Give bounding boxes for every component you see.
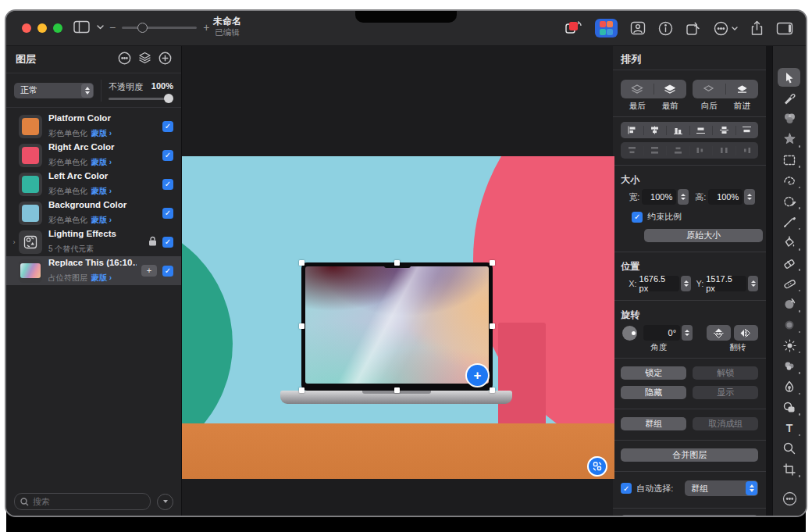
group-button[interactable]: 群组: [621, 417, 686, 430]
tool-erase[interactable]: [773, 253, 806, 273]
distribute-right-button[interactable]: [736, 142, 759, 159]
align-center-h-button[interactable]: [644, 122, 667, 138]
tool-effects[interactable]: [773, 129, 806, 149]
selection-handle-e[interactable]: [490, 323, 495, 329]
tool-text[interactable]: T: [773, 418, 806, 438]
sidebar-chevron-down-icon[interactable]: [97, 25, 104, 30]
layer-visibility-checkbox[interactable]: [162, 266, 173, 277]
tool-distort[interactable]: [773, 355, 806, 376]
send-to-back-button[interactable]: [621, 80, 654, 98]
distribute-center-button[interactable]: [713, 142, 735, 159]
ungroup-button[interactable]: 取消成组: [693, 417, 758, 430]
width-field[interactable]: 100%: [642, 189, 676, 205]
tool-color-adjustments[interactable]: [773, 109, 806, 129]
tool-blur[interactable]: [773, 315, 806, 335]
y-stepper[interactable]: [748, 276, 758, 291]
autoselect-dropdown[interactable]: 群组: [685, 480, 758, 496]
bring-to-front-button[interactable]: [654, 80, 687, 98]
layer-options-icon[interactable]: [118, 52, 131, 68]
distribute-bottom-button[interactable]: [667, 142, 689, 159]
disclosure-chevron-icon[interactable]: ›: [9, 238, 19, 246]
minimize-button[interactable]: [37, 23, 47, 33]
lock-button[interactable]: 锁定: [621, 366, 686, 380]
x-stepper[interactable]: [681, 276, 691, 291]
opacity-slider[interactable]: [109, 98, 173, 100]
platform-shape[interactable]: [182, 423, 614, 479]
layer-visibility-checkbox[interactable]: [162, 121, 173, 132]
tool-arrange-selected[interactable]: [773, 67, 806, 87]
align-left-button[interactable]: [621, 122, 643, 138]
width-stepper[interactable]: [678, 189, 689, 205]
layer-visibility-checkbox[interactable]: [162, 179, 173, 190]
layer-row-replace-this-selected[interactable]: Replace This (16:10… 占位符图层蒙版 › +: [6, 256, 181, 285]
mask-link[interactable]: 蒙版 ›: [91, 187, 112, 195]
height-stepper[interactable]: [744, 189, 755, 205]
selection-handle-ne[interactable]: [490, 260, 495, 266]
distribute-top-button[interactable]: [621, 142, 643, 159]
selection-handle-nw[interactable]: [299, 260, 304, 266]
replace-image-badge[interactable]: [587, 456, 607, 477]
search-filter-button[interactable]: [157, 494, 173, 510]
tool-clone[interactable]: [773, 294, 806, 314]
tool-pen[interactable]: [773, 377, 806, 397]
mask-link[interactable]: 蒙版 ›: [91, 216, 112, 224]
mask-link[interactable]: 蒙版 ›: [91, 158, 112, 166]
add-layer-icon[interactable]: [158, 52, 172, 68]
layer-row-lighting-effects[interactable]: › Lighting Effects 5 个替代元素: [6, 227, 181, 256]
toggle-sidebar-button[interactable]: [73, 20, 90, 34]
layer-row-platform-color[interactable]: Platform Color 彩色单色化蒙版 ›: [6, 112, 181, 141]
tool-zoom[interactable]: [773, 438, 806, 459]
more-tools-button[interactable]: [773, 491, 806, 506]
pink-pillar-shape[interactable]: [498, 323, 546, 426]
layer-visibility-checkbox[interactable]: [162, 208, 173, 219]
y-field[interactable]: 1517.5 px: [706, 276, 746, 291]
tool-style[interactable]: [773, 87, 806, 108]
add-media-button[interactable]: +: [467, 365, 488, 386]
x-field[interactable]: 1676.5 px: [639, 276, 680, 291]
artwork[interactable]: +: [182, 156, 614, 479]
align-middle-button[interactable]: [713, 122, 735, 138]
distribute-middle-button[interactable]: [644, 142, 667, 159]
selection-handle-sw[interactable]: [299, 387, 304, 393]
macbook-screen[interactable]: [301, 262, 493, 391]
fullscreen-button[interactable]: [53, 23, 62, 33]
tool-rect-select[interactable]: [773, 150, 806, 170]
mask-link[interactable]: 蒙版 ›: [91, 129, 112, 137]
tool-shapes[interactable]: [773, 397, 806, 417]
layer-visibility-checkbox[interactable]: [162, 150, 173, 161]
selection-handle-s[interactable]: [394, 387, 400, 393]
hide-button[interactable]: 隐藏: [621, 386, 686, 399]
distribute-left-button[interactable]: [690, 142, 713, 159]
rotate-canvas-icon[interactable]: [686, 21, 701, 36]
more-options-button[interactable]: [714, 21, 738, 36]
selection-handle-n[interactable]: [394, 260, 400, 266]
show-button[interactable]: 显示: [693, 386, 758, 399]
autoselect-checkbox[interactable]: [621, 483, 632, 494]
merge-layers-button[interactable]: 合并图层: [621, 448, 758, 462]
blend-mode-dropdown[interactable]: 正常: [14, 83, 94, 98]
angle-field[interactable]: 0°: [643, 325, 680, 341]
layers-stack-icon[interactable]: [138, 52, 151, 67]
tool-fill[interactable]: [773, 232, 806, 252]
angle-stepper[interactable]: [682, 325, 693, 341]
flip-horizontal-button[interactable]: [734, 325, 758, 341]
layer-row-right-arc-color[interactable]: Right Arc Color 彩色单色化蒙版 ›: [6, 141, 181, 170]
align-bottom-button[interactable]: [736, 122, 759, 138]
layer-row-left-arc-color[interactable]: Left Arc Color 彩色单色化蒙版 ›: [6, 170, 181, 198]
tool-paint[interactable]: [773, 212, 806, 232]
align-right-button[interactable]: [667, 122, 689, 138]
color-swap-icon[interactable]: [564, 20, 582, 37]
close-button[interactable]: [22, 23, 31, 33]
transform-button[interactable]: 变换…: [621, 515, 758, 516]
format-panel-button-active[interactable]: [595, 19, 618, 37]
canvas-display-icon[interactable]: [776, 22, 793, 35]
unlock-button[interactable]: 解锁: [693, 366, 758, 380]
tool-retouch[interactable]: [773, 273, 806, 294]
tool-lighting[interactable]: [773, 335, 806, 355]
send-backward-button[interactable]: [693, 80, 725, 98]
selection-handle-w[interactable]: [299, 323, 304, 329]
info-icon[interactable]: [658, 21, 673, 36]
height-field[interactable]: 100%: [708, 189, 743, 205]
share-icon[interactable]: [750, 20, 764, 36]
flip-vertical-button[interactable]: [707, 325, 731, 341]
